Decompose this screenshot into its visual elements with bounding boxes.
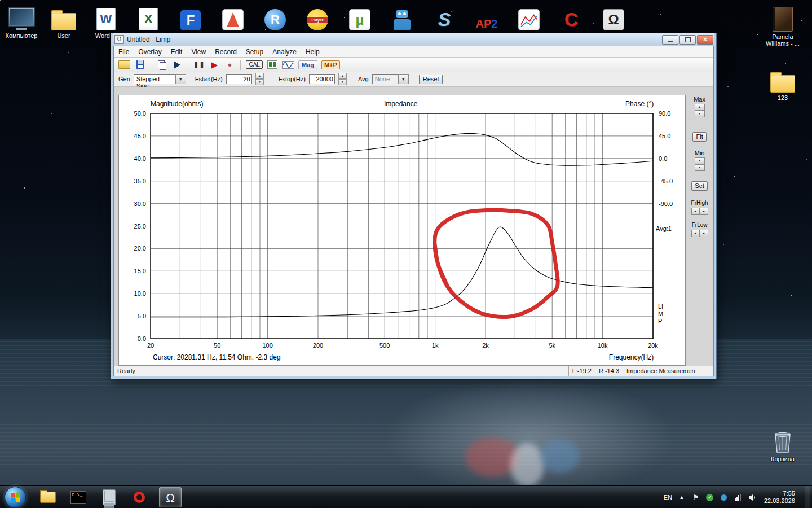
toolbar-separator — [188, 60, 188, 70]
taskbar-app-cmd[interactable]: C:\_ — [68, 488, 89, 507]
desktop-icon-excel-doc[interactable]: X — [128, 3, 169, 32]
desktop-icon-computer[interactable]: Компьютер — [1, 3, 42, 39]
toolbar-separator — [151, 60, 151, 70]
recycle-bin[interactable]: Корзина — [762, 427, 803, 462]
network-icon[interactable] — [734, 493, 743, 502]
minimize-button[interactable] — [662, 35, 678, 45]
taskbar-app-limp[interactable]: Ω — [159, 487, 182, 507]
start-measure-button[interactable]: ▶ — [209, 59, 220, 71]
save-button[interactable] — [134, 59, 145, 71]
chart-panel: 0.05.010.015.020.025.030.035.040.045.050… — [118, 95, 686, 366]
recycle-bin-icon — [762, 427, 803, 454]
volume-icon[interactable] — [748, 493, 757, 502]
desktop-icon-omega-app[interactable]: Ω — [593, 3, 634, 32]
show-desktop-button[interactable] — [805, 486, 810, 508]
menu-analyze[interactable]: Analyze — [268, 47, 301, 57]
svg-text:500: 500 — [379, 342, 390, 349]
svg-text:25.0: 25.0 — [134, 222, 146, 229]
start-button[interactable] — [5, 487, 26, 508]
s-app-icon: S — [424, 3, 465, 30]
spectrum-icon — [267, 60, 277, 69]
max-spinner[interactable]: ▲▼ — [695, 104, 705, 117]
status-left-level: L:-19.2 — [568, 366, 595, 376]
generator-type-value: Stepped Sine — [134, 74, 175, 84]
update-icon[interactable] — [720, 493, 729, 502]
c-app-icon: C — [551, 3, 592, 30]
averaging-combo[interactable]: None ▼ — [372, 74, 409, 84]
window-titlebar[interactable]: Ω Untitled - Limp ✕ — [113, 33, 714, 46]
copy-button[interactable] — [156, 59, 167, 71]
language-indicator[interactable]: EN — [664, 494, 672, 501]
frhigh-spinner[interactable]: ◄► — [691, 208, 708, 215]
magnitude-phase-toggle[interactable]: M+P — [321, 60, 340, 69]
calibrate-button[interactable]: CAL — [246, 60, 262, 69]
pamela-folder-icon — [762, 5, 803, 32]
desktop-icon-r-app[interactable]: R — [255, 3, 295, 32]
spectrum-button[interactable] — [267, 59, 278, 71]
svg-text:45.0: 45.0 — [134, 133, 146, 139]
menu-overlay[interactable]: Overlay — [134, 47, 166, 57]
app-icon: Ω — [114, 35, 124, 44]
max-label: Max — [694, 96, 705, 103]
f-app-icon: F — [170, 3, 211, 30]
desktop-icon-f-app[interactable]: F — [170, 3, 211, 32]
desktop-icon-robot-toy[interactable] — [382, 3, 422, 32]
generator-controls: Gen Stepped Sine ▼ Fstart(Hz) ▲▼ Fstop(H… — [114, 72, 713, 87]
svg-text:45.0: 45.0 — [659, 133, 670, 139]
fit-button[interactable]: Fit — [692, 132, 706, 142]
desktop-icon-plot-app[interactable] — [509, 3, 549, 32]
impedance-plot[interactable]: 0.05.010.015.020.025.030.035.040.045.050… — [119, 95, 687, 365]
action-center-icon[interactable]: ⚑ — [691, 493, 700, 502]
menu-setup[interactable]: Setup — [241, 47, 268, 57]
set-button[interactable]: Set — [691, 181, 708, 191]
desktop-icon-utorrent-app[interactable]: µ — [339, 3, 380, 32]
fstart-input[interactable] — [226, 74, 252, 84]
menu-edit[interactable]: Edit — [166, 47, 187, 57]
taskbar-app-calculator[interactable] — [98, 488, 120, 507]
desktop-icon-ap2-app[interactable]: AP2 — [466, 3, 507, 32]
desktop-icon-pamela-folder[interactable]: Pamela Williams - ... — [762, 5, 803, 47]
window-title: Untitled - Limp — [127, 36, 662, 43]
chevron-down-icon[interactable]: ▼ — [398, 74, 409, 84]
menu-view[interactable]: View — [187, 47, 210, 57]
record-button[interactable]: ● — [224, 59, 235, 71]
frlow-label: FrLow — [692, 222, 708, 228]
maximize-button[interactable] — [679, 35, 696, 45]
desktop: КомпьютерUserWWord ...XFRPlayerPlayerµSA… — [0, 0, 812, 508]
clock[interactable]: 7:55 22.03.2026 — [764, 490, 795, 505]
magnitude-toggle[interactable]: Mag — [298, 60, 317, 69]
desktop-icon-burn-app[interactable] — [213, 3, 253, 32]
fstop-spinner[interactable]: ▲▼ — [338, 73, 347, 85]
show-hidden-icons[interactable]: ▲ — [677, 493, 686, 502]
reset-button[interactable]: Reset — [419, 75, 443, 84]
taskbar-app-opera[interactable] — [129, 488, 150, 507]
toolbar: ❚❚ ▶ ● CAL Mag M+P — [114, 58, 713, 72]
svg-text:2k: 2k — [482, 342, 489, 349]
signal-button[interactable] — [282, 59, 294, 71]
chevron-down-icon[interactable]: ▼ — [175, 74, 186, 84]
frlow-spinner[interactable]: ◄► — [691, 230, 708, 237]
min-spinner[interactable]: ▲▼ — [695, 157, 705, 171]
desktop-icon-c-app[interactable]: C — [551, 3, 592, 32]
close-button[interactable]: ✕ — [697, 35, 713, 45]
left-axis-title: Magnitude(ohms) — [151, 100, 203, 108]
save-icon — [136, 60, 144, 69]
generator-type-combo[interactable]: Stepped Sine ▼ — [134, 74, 186, 84]
overlay-button[interactable] — [171, 59, 183, 71]
svg-text:90.0: 90.0 — [659, 110, 670, 117]
security-check-icon[interactable]: ✓ — [705, 493, 714, 502]
desktop-icon-user-folder[interactable]: User — [43, 3, 84, 39]
fstart-spinner[interactable]: ▲▼ — [255, 73, 264, 85]
svg-text:15.0: 15.0 — [134, 268, 146, 274]
menu-help[interactable]: Help — [301, 47, 324, 57]
taskbar-app-explorer[interactable] — [37, 488, 59, 507]
desktop-icon-s-app[interactable]: S — [424, 3, 465, 32]
desktop-icon-folder-123[interactable]: 123 — [762, 65, 803, 101]
status-right-level: R:-14.3 — [595, 366, 623, 376]
menu-record[interactable]: Record — [210, 47, 241, 57]
open-button[interactable] — [118, 59, 130, 71]
pause-icon: ❚❚ — [193, 61, 205, 68]
fstop-input[interactable] — [309, 74, 335, 84]
menu-file[interactable]: File — [114, 47, 134, 57]
pause-button[interactable]: ❚❚ — [193, 59, 205, 71]
